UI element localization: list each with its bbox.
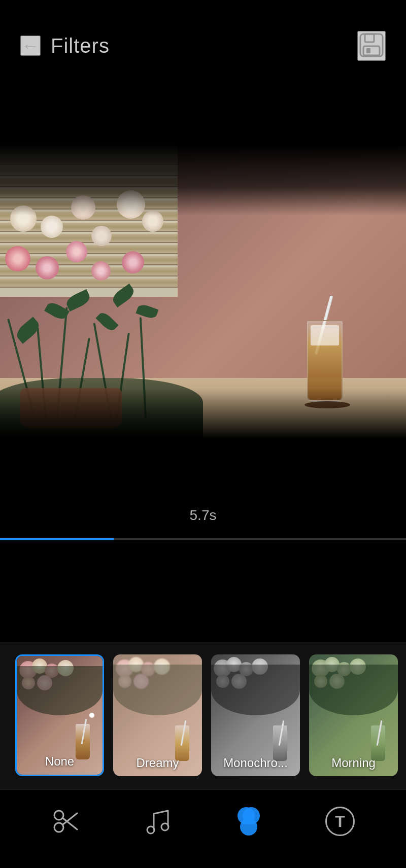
svg-point-8 xyxy=(147,826,154,834)
coffee-drink xyxy=(304,320,345,408)
back-icon: ← xyxy=(21,35,40,56)
flowers xyxy=(0,175,203,439)
filter-label-mono: Monochro... xyxy=(211,756,300,770)
text-button[interactable]: T xyxy=(315,796,365,847)
svg-point-9 xyxy=(161,823,168,830)
duration-label: 5.7s xyxy=(190,507,217,524)
photo-scene xyxy=(0,145,406,439)
back-button[interactable]: ← xyxy=(20,36,41,56)
spacer-mid xyxy=(0,540,406,642)
header-left: ← Filters xyxy=(20,34,110,57)
filters-button[interactable] xyxy=(223,796,274,847)
scissors-icon xyxy=(52,807,80,836)
save-icon xyxy=(358,32,385,58)
filters-strip: None Dreamy xyxy=(0,642,406,789)
music-button[interactable] xyxy=(132,796,183,847)
svg-rect-1 xyxy=(365,34,374,42)
bottom-toolbar: T xyxy=(0,789,406,868)
filter-label-morning: Morning xyxy=(309,756,398,770)
filter-label-dreamy: Dreamy xyxy=(113,756,202,770)
music-icon xyxy=(145,807,170,836)
svg-rect-3 xyxy=(366,48,370,53)
filter-item-monochrome[interactable]: Monochro... xyxy=(211,654,300,776)
page-title: Filters xyxy=(51,34,110,57)
header: ← Filters xyxy=(0,0,406,81)
circles-icon xyxy=(233,807,264,836)
save-button[interactable] xyxy=(357,31,386,61)
active-dot-none xyxy=(89,713,94,718)
filter-label-none: None xyxy=(17,754,103,769)
filter-item-morning[interactable]: Morning xyxy=(309,654,398,776)
filter-item-dreamy[interactable]: Dreamy xyxy=(113,654,202,776)
filter-item-none[interactable]: None xyxy=(15,654,104,776)
text-icon: T xyxy=(325,807,355,836)
svg-rect-2 xyxy=(363,46,380,55)
trim-button[interactable] xyxy=(41,796,91,847)
preview-area xyxy=(0,71,406,512)
